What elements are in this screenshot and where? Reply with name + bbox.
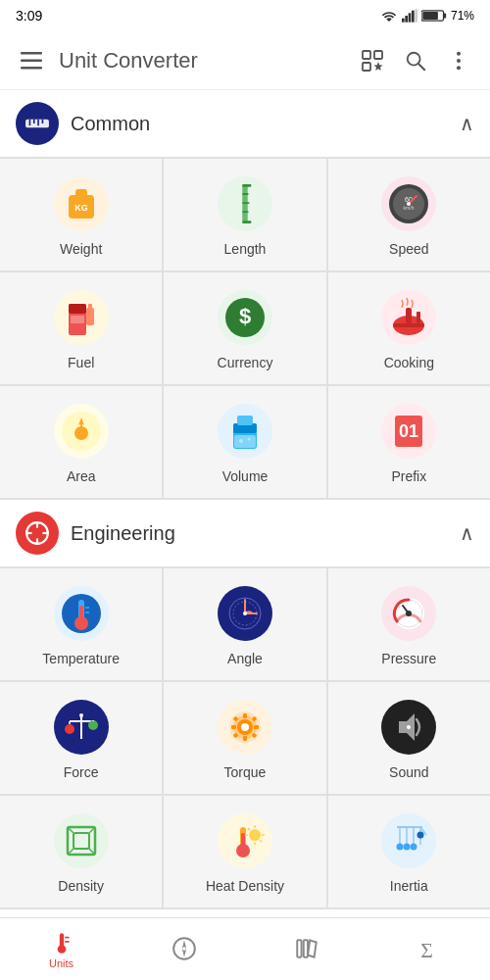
common-title: Common: [71, 113, 460, 135]
cooking-item[interactable]: Cooking: [328, 272, 490, 384]
svg-rect-29: [242, 184, 251, 187]
force-item[interactable]: Force: [0, 682, 162, 794]
svg-rect-49: [406, 308, 412, 323]
heatdensity-label: Heat Density: [206, 878, 284, 894]
torque-label: Torque: [224, 764, 267, 780]
svg-point-137: [57, 945, 66, 954]
svg-line-16: [418, 64, 424, 70]
volume-icon: [218, 404, 272, 459]
common-section-header[interactable]: Common ∧: [0, 90, 490, 157]
speed-icon: 60 km/h: [381, 176, 436, 231]
sigma-nav-icon: Σ: [416, 936, 442, 961]
svg-rect-43: [88, 304, 92, 310]
search-button[interactable]: [396, 41, 435, 80]
app-title: Unit Converter: [51, 48, 353, 74]
menu-button[interactable]: [12, 41, 51, 80]
svg-point-84: [406, 611, 412, 616]
fuel-icon: [54, 290, 109, 345]
units-nav-icon: [49, 930, 74, 956]
area-label: Area: [67, 468, 96, 484]
svg-rect-9: [21, 59, 42, 62]
angle-icon: [218, 586, 272, 641]
svg-point-18: [457, 58, 461, 62]
grid-star-icon: [361, 49, 384, 73]
volume-item[interactable]: Volume: [164, 386, 325, 498]
search-icon: [405, 50, 426, 72]
inertia-item[interactable]: Inertia: [328, 796, 490, 907]
sound-label: Sound: [389, 764, 428, 780]
more-button[interactable]: [439, 41, 478, 80]
svg-rect-33: [242, 211, 248, 213]
compass-nav-icon: [172, 936, 197, 961]
svg-line-124: [260, 840, 262, 842]
angle-item[interactable]: Angle: [164, 568, 325, 680]
svg-point-131: [397, 844, 404, 851]
svg-rect-2: [409, 13, 412, 22]
currency-item[interactable]: $ Currency: [164, 272, 325, 384]
svg-point-89: [88, 720, 98, 730]
area-item[interactable]: Area: [0, 386, 162, 498]
inertia-icon: [381, 813, 436, 868]
svg-rect-101: [254, 725, 259, 729]
svg-rect-7: [422, 12, 438, 20]
engineering-title: Engineering: [71, 522, 460, 545]
engineering-icon: [24, 520, 50, 546]
volume-label: Volume: [222, 468, 269, 484]
svg-point-60: [247, 438, 250, 441]
pressure-item[interactable]: Pressure: [328, 568, 490, 680]
battery-text: 71%: [451, 9, 474, 23]
svg-point-118: [249, 829, 261, 841]
cooking-icon: [381, 290, 436, 345]
nav-library[interactable]: [294, 936, 319, 963]
grid-star-button[interactable]: [353, 41, 392, 80]
svg-rect-8: [21, 52, 42, 55]
area-icon: [54, 404, 109, 459]
speed-item[interactable]: 60 km/h Speed: [328, 159, 490, 270]
svg-rect-1: [405, 16, 408, 23]
app-bar: Unit Converter: [0, 31, 490, 90]
svg-rect-13: [363, 63, 370, 71]
svg-rect-26: [75, 189, 87, 197]
temperature-icon: [54, 586, 109, 641]
density-item[interactable]: Density: [0, 796, 162, 907]
status-time: 3:09: [16, 8, 42, 24]
svg-point-97: [241, 723, 249, 731]
common-chevron: ∧: [460, 112, 474, 135]
weight-item[interactable]: KG Weight: [0, 159, 162, 270]
nav-units[interactable]: Units: [49, 930, 74, 969]
prefix-item[interactable]: 01 Prefix: [328, 386, 490, 498]
weight-label: Weight: [60, 241, 102, 257]
temperature-item[interactable]: Temperature: [0, 568, 162, 680]
length-item[interactable]: Length: [164, 159, 325, 270]
library-nav-icon: [294, 936, 319, 961]
nav-compass[interactable]: [172, 936, 197, 963]
force-label: Force: [64, 764, 99, 780]
svg-point-52: [74, 426, 88, 440]
svg-rect-11: [363, 51, 370, 59]
svg-point-17: [457, 51, 461, 55]
common-avatar: [16, 102, 59, 145]
svg-rect-99: [243, 736, 247, 741]
torque-icon: [218, 700, 272, 755]
sound-item[interactable]: Sound: [328, 682, 490, 794]
svg-rect-30: [242, 220, 251, 223]
svg-rect-110: [74, 833, 89, 849]
svg-rect-42: [86, 308, 94, 325]
fuel-item[interactable]: Fuel: [0, 272, 162, 384]
torque-item[interactable]: Torque: [164, 682, 325, 794]
svg-rect-3: [412, 11, 415, 23]
pressure-label: Pressure: [381, 651, 436, 666]
heatdensity-item[interactable]: Heat Density: [164, 796, 325, 907]
nav-sigma[interactable]: Σ: [416, 936, 442, 963]
svg-text:Σ: Σ: [420, 938, 433, 960]
engineering-section-header[interactable]: Engineering ∧: [0, 500, 490, 566]
svg-rect-50: [416, 312, 420, 323]
currency-label: Currency: [218, 355, 273, 370]
sound-icon: [381, 700, 436, 755]
length-icon: [218, 176, 272, 231]
svg-point-92: [79, 713, 83, 717]
svg-point-132: [404, 844, 411, 851]
svg-rect-143: [297, 940, 301, 956]
prefix-label: Prefix: [391, 468, 426, 484]
status-bar: 3:09 71%: [0, 0, 490, 31]
